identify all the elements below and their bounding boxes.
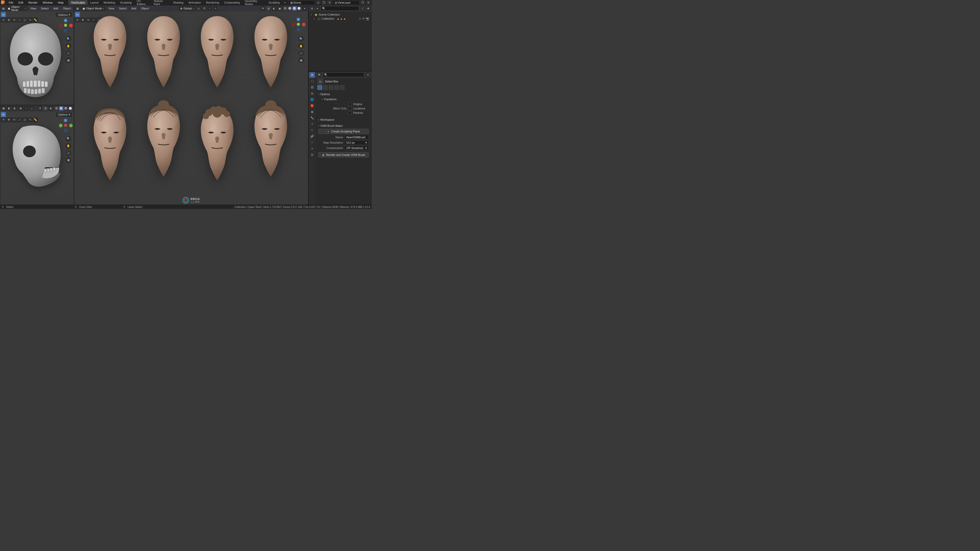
shading-matpreview-icon[interactable] <box>64 106 68 111</box>
shading-matpreview-icon[interactable] <box>292 6 297 11</box>
workspace-add-button[interactable]: + <box>282 0 288 5</box>
panel-vdm-header[interactable]: ▾VDM Brush Baker <box>316 123 371 128</box>
shading-options-icon[interactable]: ▾ <box>302 6 307 11</box>
proptab-physics[interactable]: ⚛ <box>309 127 315 133</box>
shading-solid-icon[interactable] <box>59 106 64 111</box>
shading-wireframe-icon[interactable] <box>54 106 59 111</box>
props-search[interactable]: 🔍 <box>323 73 364 77</box>
workspace-tab-yansculpts[interactable]: YanSculpts <box>68 0 88 5</box>
overlay-toggle-icon[interactable]: ◐ <box>272 6 277 11</box>
exclude-toggle-icon[interactable]: ☑ <box>359 17 361 21</box>
tool-select-box[interactable]: ▭ <box>1 12 6 17</box>
viewlayer-new-icon[interactable]: ❐ <box>360 0 365 5</box>
visibility-toggle-icon[interactable]: 👁 <box>362 17 365 21</box>
render-vdm-button[interactable]: 🖨Render and Create VDM Brush <box>318 152 369 157</box>
workspace-tab-layout[interactable]: Layout <box>88 0 101 5</box>
selectmode-tweak[interactable] <box>317 85 322 90</box>
proptab-viewlayer[interactable]: ▤ <box>309 91 315 96</box>
orientation-dropdown[interactable]: ⊕Global▾ <box>179 6 195 11</box>
outliner-mode-icon[interactable]: ▾ <box>315 6 320 11</box>
create-sculpting-plane-button[interactable]: ＋Create Sculpting Plane <box>318 129 369 134</box>
mode-dropdown[interactable]: ▣Object Mode▾ <box>6 6 27 11</box>
menu-render[interactable]: Render <box>26 0 40 5</box>
scene-delete-icon[interactable]: ✕ <box>327 0 332 5</box>
vp-view-menu[interactable]: View <box>28 6 38 11</box>
workspace-tab-sculpting[interactable]: Sculpting <box>118 0 134 5</box>
proptab-material[interactable]: ● <box>309 146 315 151</box>
vp-view-menu[interactable]: View <box>107 6 116 11</box>
snap-icon[interactable]: ⦿ <box>202 6 207 11</box>
zoom-icon[interactable]: 🔍 <box>65 36 71 41</box>
perspective-icon[interactable]: ▦ <box>65 57 71 63</box>
proptab-object[interactable]: ▣ <box>309 109 315 114</box>
shading-solid-icon[interactable] <box>288 6 292 11</box>
shading-rendered-icon[interactable] <box>297 6 301 11</box>
hdr-extra-icon[interactable]: ∿ <box>213 6 218 11</box>
outliner-new-collection-icon[interactable]: ✚ <box>366 6 370 11</box>
vp-add-menu[interactable]: Add <box>130 6 138 11</box>
camera-icon[interactable]: 🎥 <box>65 50 71 56</box>
selectmode-lasso[interactable] <box>334 85 339 90</box>
hdr-icon-5[interactable]: △ <box>29 106 34 111</box>
proptab-render[interactable]: 🖵 <box>309 78 315 84</box>
axis-x-icon[interactable] <box>302 23 305 26</box>
workspace-tab-animation[interactable]: Animation <box>186 0 204 5</box>
options-dropdown-bl[interactable]: Options▾ <box>56 113 72 117</box>
map-resolution-dropdown[interactable]: 512 px▾ <box>345 140 369 145</box>
tool-select-box[interactable]: ▭ <box>1 112 6 117</box>
checkbox-parents[interactable]: Parents <box>348 111 368 114</box>
viewlayer-delete-icon[interactable]: ✕ <box>366 0 371 5</box>
menu-help[interactable]: Help <box>56 0 66 5</box>
camera-icon[interactable]: 🎥 <box>298 50 304 56</box>
proportional-icon[interactable]: ○ <box>207 6 212 11</box>
scene-name-input[interactable] <box>293 1 313 4</box>
workspace-tab-modeling[interactable]: Modeling <box>101 0 118 5</box>
axis-x-icon[interactable] <box>69 24 73 27</box>
workspace-tab-shading[interactable]: Shading <box>170 0 186 5</box>
vdm-name-input[interactable]: NewVDMBrush <box>345 135 369 140</box>
pivot-icon[interactable]: ◎ <box>196 6 201 11</box>
tool-move[interactable]: ✥ <box>80 17 85 22</box>
axis-y-icon[interactable] <box>69 124 73 127</box>
vp-object-menu[interactable]: Object <box>61 6 73 11</box>
axis-neg-z-icon[interactable] <box>297 28 300 32</box>
pan-icon[interactable]: ✋ <box>298 43 304 49</box>
vp-select-menu[interactable]: Select <box>39 6 51 11</box>
editor-type-icon[interactable]: ▦ <box>75 6 80 11</box>
tool-cursor[interactable]: ✛ <box>75 17 80 22</box>
gizmo-toggle-icon[interactable]: ⊕ <box>266 6 271 11</box>
viewlayer-name-input[interactable] <box>338 1 358 4</box>
scene-selector[interactable]: ▦ <box>288 0 315 5</box>
workspace-tab-rendering[interactable]: Rendering <box>204 0 222 5</box>
gizmo-toggle-icon[interactable]: ⊕ <box>43 106 48 111</box>
viewport-top-left[interactable]: ▦ ▣Object Mode▾ View Select Add Object ▭… <box>0 5 74 105</box>
menu-window[interactable]: Window <box>40 0 55 5</box>
perspective-icon[interactable]: ▦ <box>298 57 304 63</box>
axis-z-icon[interactable]: Z <box>297 17 300 21</box>
tool-cursor[interactable]: ✛ <box>1 118 6 122</box>
hdr-icon-2[interactable]: ◐ <box>13 106 17 111</box>
nav-gizmo-center[interactable]: Z <box>292 18 304 30</box>
proptab-data[interactable]: ▽ <box>309 140 315 145</box>
axis-y-icon[interactable] <box>297 23 300 26</box>
outliner-editor-icon[interactable]: ≣ <box>310 6 314 11</box>
outliner-search[interactable]: 🔍 <box>321 6 359 11</box>
props-editor-icon[interactable]: 🛠 <box>317 73 321 77</box>
tool-select-box[interactable]: ▭ <box>75 12 80 17</box>
editor-type-icon[interactable]: ▦ <box>1 106 6 111</box>
panel-options-header[interactable]: ▾Options <box>316 92 371 97</box>
compression-dropdown[interactable]: ZIP (lossless)▾ <box>345 146 369 150</box>
proptab-output[interactable]: 🖼 <box>309 84 315 90</box>
proptab-particles[interactable]: ✴ <box>309 121 315 127</box>
render-toggle-icon[interactable]: 📷 <box>366 17 369 21</box>
visibility-icon[interactable]: 👁 <box>261 6 265 11</box>
menu-file[interactable]: File <box>6 0 16 5</box>
proptab-texture[interactable]: ▨ <box>309 152 315 157</box>
xray-icon[interactable]: ▣ <box>277 6 282 11</box>
proptab-tool[interactable]: 🛠 <box>309 72 315 78</box>
viewport-bottom-left[interactable]: ▦ ◧ ◐ ◑ ~ △ ◔ ⊕ ◐ ▭ <box>0 105 74 205</box>
editor-type-icon[interactable]: ▦ <box>1 6 5 11</box>
vp-select-menu[interactable]: Select <box>117 6 129 11</box>
proptab-constraints[interactable]: 🔗 <box>309 133 315 139</box>
pan-icon[interactable]: ✋ <box>65 43 71 49</box>
